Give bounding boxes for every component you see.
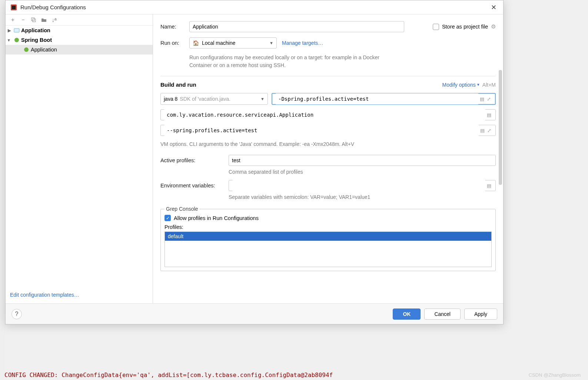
svg-rect-4 xyxy=(14,29,19,32)
main-class-input[interactable] xyxy=(164,109,486,120)
allow-profiles-label: Allow profiles in Run Configurations xyxy=(174,215,259,221)
modify-options-text: Modify options xyxy=(442,82,476,88)
vm-hint: VM options. CLI arguments to the 'Java' … xyxy=(160,140,496,148)
profile-item[interactable]: default xyxy=(165,232,491,241)
spring-boot-icon xyxy=(14,37,20,43)
runon-select[interactable]: 🏠 Local machine ▼ xyxy=(189,37,277,49)
svg-point-6 xyxy=(24,47,29,52)
editor-gutter xyxy=(0,0,5,380)
tree-node-application-group[interactable]: ▶ Application xyxy=(6,26,153,35)
fullscreen-icon[interactable]: ⤢ xyxy=(486,128,492,133)
name-label: Name: xyxy=(160,24,184,30)
runon-hint: Run configurations may be executed local… xyxy=(189,54,397,69)
scrollbar-thumb[interactable] xyxy=(499,70,502,185)
chevron-down-icon: ▼ xyxy=(269,41,273,45)
dialog-buttons: ? OK Cancel Apply xyxy=(6,303,503,324)
svg-point-5 xyxy=(14,38,19,42)
tree-label: Spring Boot xyxy=(21,37,52,43)
add-config-icon[interactable]: ＋ xyxy=(9,17,16,23)
chevron-down-icon: ▾ xyxy=(477,82,479,87)
name-input[interactable] xyxy=(189,21,404,32)
titlebar: Run/Debug Configurations ✕ xyxy=(6,0,503,14)
help-button[interactable]: ? xyxy=(11,309,22,319)
application-type-icon xyxy=(14,27,20,33)
separator xyxy=(160,76,496,76)
active-profiles-hint: Comma separated list of profiles xyxy=(229,169,496,175)
apply-button[interactable]: Apply xyxy=(464,309,497,320)
svg-rect-1 xyxy=(12,6,16,9)
jdk-grey: SDK of 'vacation.java. xyxy=(180,96,230,102)
close-icon[interactable]: ✕ xyxy=(489,3,499,12)
console-line: CONFIG CHANGED: ChangeConfigData{env='qa… xyxy=(0,370,588,380)
copy-config-icon[interactable] xyxy=(30,17,37,23)
tree-node-spring-boot-group[interactable]: ▾ Spring Boot xyxy=(6,35,153,45)
folder-config-icon[interactable] xyxy=(40,17,47,23)
runon-label: Run on: xyxy=(160,40,184,46)
active-profiles-input[interactable] xyxy=(229,155,496,166)
active-profiles-label: Active profiles: xyxy=(160,157,223,163)
grep-console-group: Grep Console ✓ Allow profiles in Run Con… xyxy=(160,206,496,271)
remove-config-icon[interactable]: － xyxy=(20,17,26,23)
tree-label: Application xyxy=(21,27,50,33)
svg-rect-2 xyxy=(31,18,34,21)
allow-profiles-checkbox[interactable]: ✓ xyxy=(165,215,171,221)
env-field[interactable]: ▤ xyxy=(229,180,496,191)
expand-editor-icon[interactable]: ▤ xyxy=(486,112,492,118)
chevron-right-icon: ▶ xyxy=(8,28,12,33)
gear-icon[interactable]: ⚙ xyxy=(491,23,496,30)
config-sidebar: ＋ － ↓ª ▶ Application ▾ Spring Boot xyxy=(6,14,153,303)
tree-node-application-config[interactable]: Application xyxy=(6,45,153,54)
run-debug-dialog: Run/Debug Configurations ✕ ＋ － ↓ª ▶ Appl… xyxy=(5,0,504,324)
home-icon: 🏠 xyxy=(193,40,199,46)
modify-shortcut: Alt+M xyxy=(482,82,496,88)
grep-legend: Grep Console xyxy=(165,206,199,212)
expand-editor-icon[interactable]: ▤ xyxy=(479,96,485,102)
store-as-project-label: Store as project file xyxy=(442,24,488,30)
build-run-title: Build and run xyxy=(160,81,196,88)
modify-options-link[interactable]: Modify options ▾ xyxy=(442,82,479,88)
manage-targets-link[interactable]: Manage targets… xyxy=(282,40,323,46)
scrollbar[interactable] xyxy=(499,70,502,229)
config-tree: ▶ Application ▾ Spring Boot Application xyxy=(6,26,153,288)
env-input[interactable] xyxy=(232,180,486,191)
chevron-down-icon: ▾ xyxy=(8,38,12,43)
program-args-input[interactable] xyxy=(164,125,479,136)
dialog-title: Run/Debug Configurations xyxy=(20,4,489,10)
sort-config-icon[interactable]: ↓ª xyxy=(51,17,57,23)
vm-options-field[interactable]: ▤ ⤢ xyxy=(272,93,496,105)
cancel-button[interactable]: Cancel xyxy=(424,309,461,320)
ok-button[interactable]: OK xyxy=(393,309,421,320)
spring-boot-icon xyxy=(23,47,29,53)
main-class-field[interactable]: ▤ xyxy=(160,109,496,120)
svg-rect-3 xyxy=(33,19,36,22)
fullscreen-icon[interactable]: ⤢ xyxy=(485,96,492,102)
jdk-main: java 8 xyxy=(164,96,177,102)
runon-value: Local machine xyxy=(202,40,235,46)
profiles-list[interactable]: default xyxy=(165,231,492,267)
tree-label: Application xyxy=(31,47,57,53)
vm-options-input[interactable] xyxy=(275,93,479,104)
expand-editor-icon[interactable]: ▤ xyxy=(479,128,486,133)
edit-templates-link[interactable]: Edit configuration templates… xyxy=(10,292,79,298)
profiles-label: Profiles: xyxy=(165,224,492,230)
config-form: Name: Store as project file ⚙ Run on: 🏠 … xyxy=(153,14,503,303)
watermark: CSDN @ZhangBlossom xyxy=(529,372,581,378)
env-label: Environment variables: xyxy=(160,183,223,189)
expand-editor-icon[interactable]: ▤ xyxy=(486,183,492,189)
program-args-field[interactable]: ▤ ⤢ xyxy=(160,125,496,136)
env-hint: Separate variables with semicolon: VAR=v… xyxy=(229,194,496,200)
store-as-project-checkbox[interactable] xyxy=(433,24,439,30)
sidebar-toolbar: ＋ － ↓ª xyxy=(6,14,153,26)
app-icon xyxy=(10,4,17,11)
jdk-select[interactable]: java 8 SDK of 'vacation.java. ▼ xyxy=(160,93,268,105)
chevron-down-icon: ▼ xyxy=(260,97,265,101)
